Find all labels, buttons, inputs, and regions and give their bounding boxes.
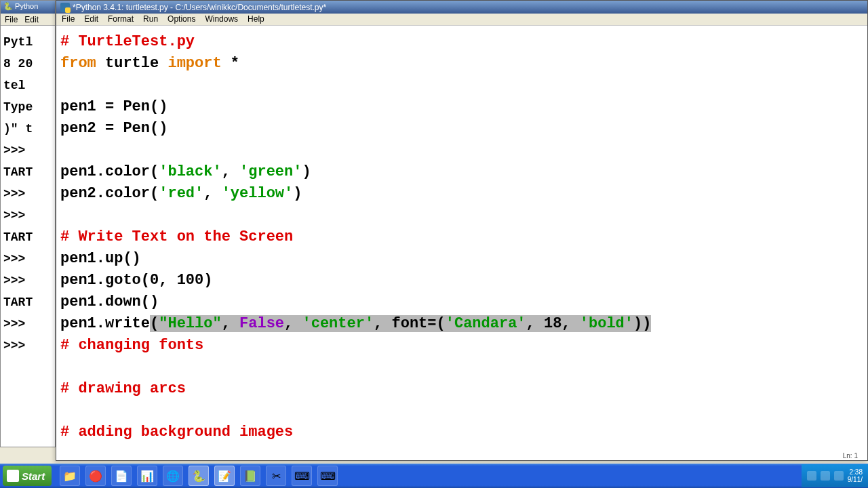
- taskbar-app-terminal-2[interactable]: ⌨: [317, 466, 338, 486]
- code-line: # changing fonts: [60, 335, 863, 357]
- start-label: Start: [22, 470, 45, 482]
- taskbar-app-powerpoint[interactable]: 📊: [137, 466, 157, 486]
- notepad-icon: 📝: [218, 470, 231, 483]
- shell-prompt: >>>: [3, 248, 52, 270]
- shell-body[interactable]: Pytl 8 20 tel Type )" t >>> TART >>> >>>…: [1, 26, 55, 362]
- taskbar-app-media[interactable]: 🔴: [85, 466, 106, 486]
- menu-file[interactable]: File: [62, 14, 75, 24]
- code-line: # adding background images: [60, 422, 863, 443]
- shell-title-icon: 🐍: [3, 2, 13, 10]
- shell-line: 8 20: [3, 53, 52, 75]
- code-line: # drawing arcs: [60, 378, 863, 400]
- shell-menu-file[interactable]: File: [5, 15, 18, 24]
- code-line: [60, 357, 863, 378]
- taskbar-app-terminal[interactable]: ⌨: [292, 466, 312, 486]
- code-line: [60, 75, 863, 96]
- shell-prompt: >>>: [3, 205, 52, 226]
- shell-menubar: File Edit: [1, 14, 55, 26]
- tray-chevron-icon[interactable]: [807, 471, 816, 481]
- menu-format[interactable]: Format: [108, 14, 134, 24]
- taskbar-app-python[interactable]: 🐍: [189, 466, 209, 486]
- folder-icon: 📁: [63, 470, 77, 483]
- code-line: pen1.up(): [60, 248, 863, 270]
- code-line: pen1.color('black', 'green'): [60, 161, 863, 183]
- shell-line: TART: [3, 291, 52, 313]
- code-line: pen1.down(): [60, 291, 863, 313]
- tray-clock[interactable]: 2:38 9/11/: [848, 468, 863, 483]
- menu-windows[interactable]: Windows: [205, 14, 238, 24]
- taskbar-app-explorer[interactable]: 📁: [60, 466, 80, 486]
- shell-prompt: >>>: [3, 270, 52, 291]
- taskbar-app-notepad[interactable]: 📝: [214, 466, 235, 486]
- taskbar-app-chrome[interactable]: 🌐: [163, 466, 183, 486]
- terminal-icon: ⌨: [320, 470, 336, 483]
- shell-line: Pytl: [3, 31, 52, 53]
- code-editor-area[interactable]: # TurtleTest.py from turtle import * pen…: [56, 26, 867, 448]
- shell-line: tel: [3, 75, 52, 96]
- code-line: pen2 = Pen(): [60, 118, 863, 140]
- menu-edit[interactable]: Edit: [84, 14, 98, 24]
- start-button[interactable]: Start: [3, 466, 52, 486]
- editor-title-text: *Python 3.4.1: turtletest.py - C:/Users/…: [73, 3, 326, 12]
- media-icon: 🔴: [89, 470, 102, 483]
- code-line: pen1.goto(0, 100): [60, 270, 863, 291]
- shell-line: )" t: [3, 118, 52, 140]
- windows-taskbar: Start 📁 🔴 📄 📊 🌐 🐍 📝 📗 ✂ ⌨ ⌨ 2:38 9/11/: [0, 464, 868, 488]
- code-line: pen2.color('red', 'yellow'): [60, 183, 863, 205]
- shell-prompt: >>>: [3, 183, 52, 205]
- code-line: [60, 400, 863, 422]
- chrome-icon: 🌐: [166, 470, 180, 483]
- shell-prompt: >>>: [3, 335, 52, 357]
- shell-line: TART: [3, 226, 52, 248]
- taskbar-app-excel[interactable]: 📗: [240, 466, 260, 486]
- shell-prompt: >>>: [3, 140, 52, 161]
- document-icon: 📄: [115, 470, 128, 483]
- code-line: # Write Text on the Screen: [60, 226, 863, 248]
- shell-menu-edit[interactable]: Edit: [24, 15, 39, 24]
- python-icon: [60, 3, 70, 12]
- terminal-icon: ⌨: [294, 470, 310, 483]
- code-line: pen1.write("Hello", False, 'center', fon…: [60, 313, 863, 335]
- code-line: [60, 140, 863, 161]
- shell-line: Type: [3, 96, 52, 118]
- idle-editor-window: *Python 3.4.1: turtletest.py - C:/Users/…: [56, 0, 868, 461]
- tray-volume-icon[interactable]: [834, 471, 844, 481]
- code-line: # TurtleTest.py: [60, 31, 863, 53]
- shell-titlebar: 🐍 Python: [1, 1, 55, 14]
- python-shell-window: 🐍 Python File Edit Pytl 8 20 tel Type )"…: [0, 0, 56, 447]
- shell-title-text: Python: [15, 2, 38, 10]
- taskbar-apps: 📁 🔴 📄 📊 🌐 🐍 📝 📗 ✂ ⌨ ⌨: [60, 466, 338, 486]
- code-line: from turtle import *: [60, 53, 863, 75]
- menu-run[interactable]: Run: [143, 14, 158, 24]
- menu-help[interactable]: Help: [248, 14, 264, 24]
- editor-menubar: File Edit Format Run Options Windows Hel…: [56, 14, 867, 26]
- code-line: [60, 205, 863, 226]
- menu-options[interactable]: Options: [167, 14, 195, 24]
- editor-titlebar[interactable]: *Python 3.4.1: turtletest.py - C:/Users/…: [56, 1, 867, 14]
- tray-network-icon[interactable]: [821, 471, 830, 481]
- python-icon: 🐍: [192, 470, 205, 483]
- taskbar-app-snip[interactable]: ✂: [266, 466, 286, 486]
- system-tray: 2:38 9/11/: [802, 464, 868, 487]
- editor-status-bar: Ln: 1: [840, 451, 861, 460]
- windows-logo-icon: [7, 470, 19, 482]
- taskbar-app-doc[interactable]: 📄: [111, 466, 132, 486]
- code-line: pen1 = Pen(): [60, 96, 863, 118]
- shell-prompt: >>>: [3, 313, 52, 335]
- clock-date: 9/11/: [848, 476, 863, 483]
- excel-icon: 📗: [243, 470, 257, 483]
- powerpoint-icon: 📊: [140, 470, 154, 483]
- shell-line: TART: [3, 161, 52, 183]
- comment-text: # TurtleTest.py: [60, 33, 195, 50]
- scissors-icon: ✂: [272, 470, 281, 483]
- clock-time: 2:38: [848, 468, 863, 476]
